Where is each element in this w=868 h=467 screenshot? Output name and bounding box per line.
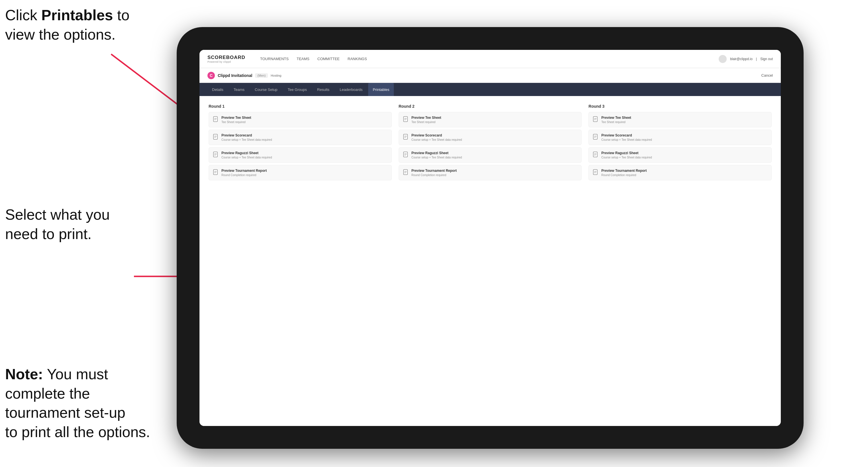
r1-scorecard-text: Preview Scorecard Course setup + Tee She… [221,133,272,141]
tab-details[interactable]: Details [208,83,228,96]
nav-right: blair@clippd.io | Sign out [719,55,773,63]
r2-raguzzi-text: Preview Raguzzi Sheet Course setup + Tee… [411,151,462,159]
tournament-bar: C Clippd Invitational (Men) Hosting Canc… [199,68,781,83]
r1-tee-sheet-title: Preview Tee Sheet [221,116,251,120]
document-icon [403,116,409,123]
document-icon [213,134,219,141]
r1-tee-sheet-subtitle: Tee Sheet required [221,121,251,124]
r1-raguzzi-title: Preview Raguzzi Sheet [221,151,272,155]
document-icon [593,116,598,123]
r2-scorecard[interactable]: Preview Scorecard Course setup + Tee She… [399,130,582,145]
document-icon [403,152,409,158]
round-2-section: Round 2 Preview Tee Sheet Tee Sheet requ… [399,104,582,180]
sign-out-link[interactable]: Sign out [760,57,773,61]
tournament-gender: (Men) [255,73,268,78]
instruction-mid: Select what youneed to print. [5,205,110,244]
tab-results[interactable]: Results [313,83,334,96]
r1-scorecard[interactable]: Preview Scorecard Course setup + Tee She… [209,130,392,145]
r3-scorecard-title: Preview Scorecard [601,133,652,137]
nav-links: TOURNAMENTS TEAMS COMMITTEE RANKINGS [260,56,707,62]
r2-report-subtitle: Round Completion required [411,174,457,177]
nav-rankings[interactable]: RANKINGS [348,56,367,62]
tab-printables[interactable]: Printables [368,83,394,96]
top-nav: SCOREBOARD Powered by clippd TOURNAMENTS… [199,50,781,68]
tournament-name: Clippd Invitational [218,73,252,78]
logo-title: SCOREBOARD [208,55,245,60]
round-1-section: Round 1 Preview Tee Sheet Tee Sheet requ… [209,104,392,180]
instruction-bottom-bold: Note: [5,366,43,382]
tablet-device: SCOREBOARD Powered by clippd TOURNAMENTS… [177,27,804,449]
r3-raguzzi-title: Preview Raguzzi Sheet [601,151,652,155]
r3-tee-sheet-title: Preview Tee Sheet [601,116,631,120]
r1-tee-sheet[interactable]: Preview Tee Sheet Tee Sheet required [209,112,392,127]
r2-scorecard-subtitle: Course setup + Tee Sheet data required [411,138,462,141]
instruction-top-bold: Printables [41,7,113,23]
document-icon [593,134,598,141]
user-email: blair@clippd.io [730,57,752,61]
nav-committee[interactable]: COMMITTEE [317,56,340,62]
tab-tee-groups[interactable]: Tee Groups [283,83,311,96]
instruction-mid-text: Select what youneed to print. [5,206,110,242]
r3-scorecard-subtitle: Course setup + Tee Sheet data required [601,138,652,141]
round-3-cards: Preview Tee Sheet Tee Sheet required Pre… [588,112,772,180]
r2-scorecard-title: Preview Scorecard [411,133,462,137]
user-avatar [719,55,727,63]
tablet-screen: SCOREBOARD Powered by clippd TOURNAMENTS… [199,50,781,426]
logo-area: SCOREBOARD Powered by clippd [208,55,245,63]
tab-teams[interactable]: Teams [229,83,249,96]
r2-scorecard-text: Preview Scorecard Course setup + Tee She… [411,133,462,141]
r1-report-title: Preview Tournament Report [221,169,267,173]
r2-tournament-report[interactable]: Preview Tournament Report Round Completi… [399,165,582,180]
r3-scorecard[interactable]: Preview Scorecard Course setup + Tee She… [588,130,772,145]
tab-leaderboards[interactable]: Leaderboards [335,83,367,96]
r2-raguzzi-subtitle: Course setup + Tee Sheet data required [411,156,462,159]
document-icon [213,152,219,158]
r3-report-title: Preview Tournament Report [601,169,647,173]
r2-report-text: Preview Tournament Report Round Completi… [411,169,457,177]
r3-tee-sheet-subtitle: Tee Sheet required [601,121,631,124]
r3-raguzzi[interactable]: Preview Raguzzi Sheet Course setup + Tee… [588,147,772,163]
r2-raguzzi[interactable]: Preview Raguzzi Sheet Course setup + Tee… [399,147,582,163]
r2-tee-sheet-title: Preview Tee Sheet [411,116,441,120]
document-icon [593,152,598,158]
main-content: Round 1 Preview Tee Sheet Tee Sheet requ… [199,96,781,426]
tournament-logo: C [208,72,215,79]
r2-tee-sheet-subtitle: Tee Sheet required [411,121,441,124]
round-3-section: Round 3 Preview Tee Sheet Tee Sheet requ… [588,104,772,180]
nav-tournaments[interactable]: TOURNAMENTS [260,56,289,62]
r3-report-subtitle: Round Completion required [601,174,647,177]
r1-raguzzi[interactable]: Preview Raguzzi Sheet Course setup + Tee… [209,147,392,163]
separator: | [756,57,757,61]
nav-teams[interactable]: TEAMS [297,56,309,62]
r1-tournament-report[interactable]: Preview Tournament Report Round Completi… [209,165,392,180]
document-icon [213,169,219,176]
r2-tee-sheet-text: Preview Tee Sheet Tee Sheet required [411,116,441,124]
r3-scorecard-text: Preview Scorecard Course setup + Tee She… [601,133,652,141]
sub-tabs: Details Teams Course Setup Tee Groups Re… [199,83,781,96]
round-1-title: Round 1 [209,104,392,108]
r1-scorecard-subtitle: Course setup + Tee Sheet data required [221,138,272,141]
r3-tee-sheet[interactable]: Preview Tee Sheet Tee Sheet required [588,112,772,127]
tournament-info: C Clippd Invitational (Men) Hosting [208,72,281,79]
hosting-badge: Hosting [271,74,281,77]
r3-raguzzi-subtitle: Course setup + Tee Sheet data required [601,156,652,159]
r3-tee-sheet-text: Preview Tee Sheet Tee Sheet required [601,116,631,124]
r1-raguzzi-subtitle: Course setup + Tee Sheet data required [221,156,272,159]
r3-raguzzi-text: Preview Raguzzi Sheet Course setup + Tee… [601,151,652,159]
r1-raguzzi-text: Preview Raguzzi Sheet Course setup + Tee… [221,151,272,159]
r1-tee-sheet-text: Preview Tee Sheet Tee Sheet required [221,116,251,124]
r3-tournament-report[interactable]: Preview Tournament Report Round Completi… [588,165,772,180]
document-icon [403,134,409,141]
instruction-top-prefix: Click [5,7,41,23]
document-icon [593,169,598,176]
round-2-cards: Preview Tee Sheet Tee Sheet required Pre… [399,112,582,180]
logo-subtitle: Powered by clippd [208,60,245,63]
r2-tee-sheet[interactable]: Preview Tee Sheet Tee Sheet required [399,112,582,127]
round-2-title: Round 2 [399,104,582,108]
r2-raguzzi-title: Preview Raguzzi Sheet [411,151,462,155]
tab-course-setup[interactable]: Course Setup [250,83,282,96]
r1-report-subtitle: Round Completion required [221,174,267,177]
cancel-button[interactable]: Cancel [762,73,773,77]
round-1-cards: Preview Tee Sheet Tee Sheet required Pre… [209,112,392,180]
round-3-title: Round 3 [588,104,772,108]
